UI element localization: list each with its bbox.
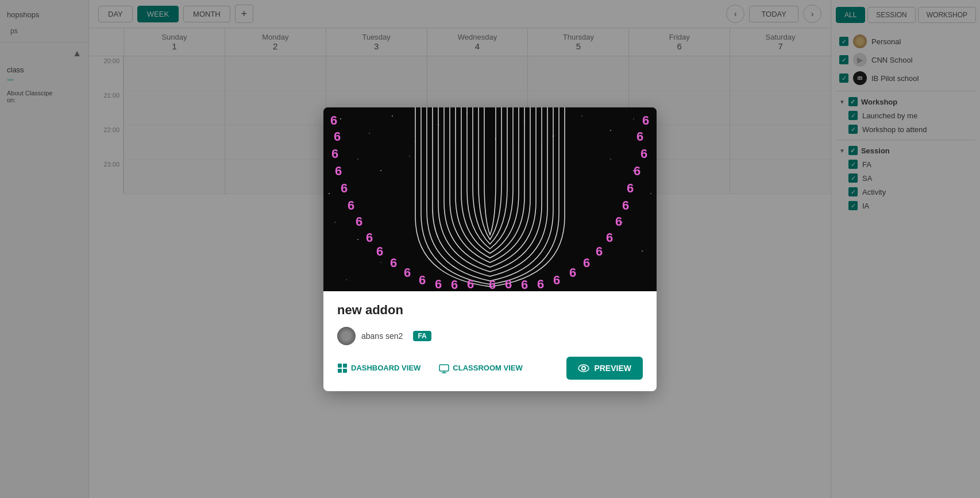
svg-text:6: 6 — [505, 277, 512, 291]
svg-text:6: 6 — [583, 256, 590, 270]
dashboard-icon — [337, 363, 348, 373]
svg-point-15 — [409, 156, 410, 156]
svg-text:6: 6 — [376, 244, 383, 258]
svg-point-11 — [610, 130, 611, 131]
svg-text:6: 6 — [404, 265, 411, 280]
svg-point-14 — [380, 170, 381, 171]
fingerprint-svg: 6 6 6 6 6 6 6 6 6 6 6 6 6 6 6 6 6 6 6 6 — [323, 107, 657, 291]
classroom-view-btn[interactable]: CLASSROOM VIEW — [439, 363, 522, 373]
svg-rect-61 — [439, 365, 449, 371]
svg-point-25 — [650, 193, 651, 194]
svg-text:6: 6 — [330, 113, 337, 128]
modal-overlay[interactable]: 6 6 6 6 6 6 6 6 6 6 6 6 6 6 6 6 6 6 6 6 — [0, 0, 980, 498]
svg-text:6: 6 — [435, 277, 442, 291]
svg-text:6: 6 — [642, 113, 649, 128]
svg-text:6: 6 — [356, 214, 362, 229]
svg-text:6: 6 — [467, 277, 474, 291]
modal-avatar — [337, 327, 356, 345]
svg-text:6: 6 — [596, 244, 603, 258]
svg-point-1 — [340, 118, 341, 119]
svg-text:6: 6 — [569, 265, 576, 280]
svg-point-10 — [581, 115, 582, 117]
svg-text:6: 6 — [634, 164, 641, 178]
svg-rect-0 — [323, 107, 657, 291]
svg-text:6: 6 — [331, 146, 338, 161]
svg-text:6: 6 — [627, 181, 634, 195]
svg-text:6: 6 — [451, 277, 458, 291]
svg-text:6: 6 — [615, 214, 622, 229]
svg-text:6: 6 — [335, 164, 342, 178]
modal-badge: FA — [413, 331, 431, 341]
svg-rect-59 — [338, 369, 342, 373]
svg-text:6: 6 — [641, 146, 647, 161]
svg-text:6: 6 — [419, 273, 426, 287]
modal-image: 6 6 6 6 6 6 6 6 6 6 6 6 6 6 6 6 6 6 6 6 — [323, 107, 657, 291]
svg-point-23 — [346, 279, 346, 280]
classroom-icon — [439, 363, 449, 373]
svg-rect-60 — [343, 369, 347, 373]
svg-text:6: 6 — [622, 198, 629, 213]
svg-point-16 — [610, 159, 611, 160]
preview-label: PREVIEW — [594, 364, 631, 373]
svg-point-13 — [357, 159, 358, 160]
svg-text:6: 6 — [341, 181, 348, 195]
modal: 6 6 6 6 6 6 6 6 6 6 6 6 6 6 6 6 6 6 6 6 — [323, 107, 657, 391]
modal-body: new addon abans sen2 FA DAS — [323, 291, 657, 391]
svg-point-2 — [369, 133, 370, 134]
modal-username: abans sen2 — [361, 331, 403, 341]
preview-icon — [578, 362, 589, 374]
svg-text:6: 6 — [390, 256, 397, 270]
svg-point-20 — [380, 262, 381, 262]
svg-point-12 — [633, 118, 634, 119]
svg-text:6: 6 — [334, 129, 341, 144]
dashboard-view-label: DASHBOARD VIEW — [351, 364, 420, 372]
svg-text:6: 6 — [489, 277, 496, 291]
svg-point-3 — [392, 115, 393, 117]
svg-text:6: 6 — [606, 230, 613, 245]
svg-point-19 — [357, 239, 358, 240]
svg-rect-58 — [343, 364, 347, 368]
svg-point-18 — [334, 222, 335, 223]
modal-actions: DASHBOARD VIEW CLASSROOM VIEW — [337, 357, 643, 380]
svg-point-66 — [582, 367, 585, 369]
svg-text:6: 6 — [348, 198, 354, 213]
svg-text:6: 6 — [366, 230, 373, 245]
svg-text:6: 6 — [553, 273, 560, 287]
modal-title: new addon — [337, 303, 643, 318]
svg-text:6: 6 — [636, 129, 643, 144]
classroom-view-label: CLASSROOM VIEW — [453, 364, 522, 372]
dashboard-view-btn[interactable]: DASHBOARD VIEW — [337, 363, 420, 373]
svg-point-22 — [642, 250, 643, 252]
svg-text:6: 6 — [537, 277, 544, 291]
svg-rect-57 — [338, 364, 342, 368]
svg-text:6: 6 — [521, 277, 528, 291]
modal-user: abans sen2 FA — [337, 327, 643, 345]
preview-btn[interactable]: PREVIEW — [566, 357, 643, 380]
svg-point-24 — [329, 193, 330, 194]
